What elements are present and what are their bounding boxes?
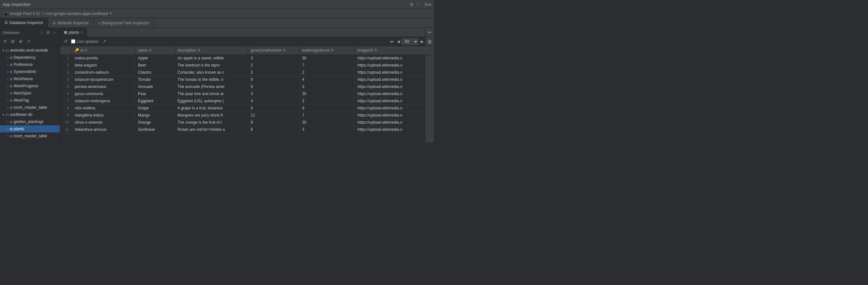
table-row[interactable]: 10citrus-x-sinensisOrangeThe orange is t…	[60, 119, 434, 126]
cell-description: An apple is a sweet, edible	[175, 55, 248, 62]
tree-item-preference[interactable]: › ⊞ Preference	[0, 61, 60, 68]
tree-item-room-master2[interactable]: › ⊞ room_master_table	[0, 132, 60, 139]
tree-item-workspec[interactable]: › ⊞ WorkSpec	[0, 90, 60, 97]
trash-icon[interactable]: 🗑	[425, 37, 434, 46]
label-dependency: Dependency	[13, 55, 35, 60]
cell-rownum: 11	[60, 126, 72, 133]
cell-description: Mangoes are juicy stone fr	[175, 112, 248, 119]
live-updates-checkbox[interactable]	[71, 39, 75, 43]
add-table-icon[interactable]: ⊞	[10, 39, 16, 44]
minimize-icon[interactable]: −	[415, 2, 421, 7]
label-workspec: WorkSpec	[13, 91, 31, 95]
tab-database-inspector[interactable]: ☰ Database Inspector	[0, 18, 48, 28]
chevron-workspec: ›	[6, 92, 10, 95]
col-header-image-url[interactable]: imageUrl ⇅	[355, 46, 434, 55]
add-db-icon[interactable]: ⊕	[18, 39, 23, 44]
table-row[interactable]: 7solanum-melongenaEggplantEggplant (US),…	[60, 97, 434, 104]
background-inspector-icon: ≡	[98, 21, 100, 25]
title-bar: App Inspection ⚙ − Eve	[0, 0, 434, 9]
main-content: Databases ↕ ⚙ − ↺ ⊞ ⊕ ↗ ▾ 🗃 androidx.wor…	[0, 28, 434, 142]
device-chevron[interactable]: ▾	[110, 11, 112, 15]
page-size-select[interactable]: 50 100 200	[402, 38, 418, 45]
cell-name: Sunflower	[135, 126, 175, 133]
table-row[interactable]: 6pyrus-communisPearThe pear tree and shr…	[60, 90, 434, 97]
tree-item-garden-plantings[interactable]: › ⊞ garden_plantings	[0, 118, 60, 125]
tree-item-sunflowerdb[interactable]: ▾ 🗃 sunflower-db	[0, 111, 60, 118]
sidebar-collapse-icon[interactable]: −	[52, 30, 57, 35]
tree-item-workprogress[interactable]: › ⊞ WorkProgress	[0, 83, 60, 90]
chevron-worktag: ›	[6, 99, 10, 102]
sort-icon-name: ⇅	[149, 49, 152, 52]
refresh-db-icon[interactable]: ↺	[2, 39, 8, 44]
key-icon-id: 🔑	[75, 48, 79, 52]
tree-item-systemidinfo[interactable]: › ⊞ SystemIdInfo	[0, 68, 60, 75]
live-updates-label: Live updates	[71, 39, 99, 44]
cell-name: Cilantro	[135, 69, 175, 76]
chevron-dependency: ›	[6, 56, 10, 59]
cell-description: Eggplant (US), aubergine (	[175, 97, 248, 104]
table-row[interactable]: 1malus-pumilaAppleAn apple is a sweet, e…	[60, 55, 434, 62]
table-row[interactable]: 8vitis-viniferaGrapeA grape is a fruit, …	[60, 104, 434, 112]
cell-image-url: https://upload.wikimedia.o	[355, 97, 434, 104]
col-grow-label: growZoneNumber	[251, 48, 282, 53]
first-page-icon[interactable]: ⏮	[389, 39, 395, 44]
label-sunflowerdb: sunflower-db	[10, 112, 32, 117]
cell-grow-zone: 9	[248, 119, 299, 126]
cell-image-url: https://upload.wikimedia.o	[355, 119, 434, 126]
device-separator: >	[42, 11, 44, 16]
table-row[interactable]: 5persea-americanaAvocadoThe avocado (Per…	[60, 83, 434, 90]
cell-image-url: https://upload.wikimedia.o	[355, 112, 434, 119]
cell-grow-zone: 3	[248, 55, 299, 62]
tab-background-inspector[interactable]: ≡ Background Task Inspector	[94, 18, 154, 28]
label-workdb: androidx.work.workdb	[10, 48, 48, 53]
network-inspector-icon: ◎	[53, 21, 56, 25]
table-icon-dependency: ⊞	[10, 56, 12, 59]
tree-item-workdb[interactable]: ▾ 🗃 androidx.work.workdb	[0, 47, 60, 54]
next-page-icon[interactable]: ▶	[419, 39, 425, 44]
cell-watering-interval: 3	[299, 126, 355, 133]
table-row[interactable]: 4solanum-lycopersicumTomatoThe tomato is…	[60, 76, 434, 83]
cell-description: Coriander, also known as c	[175, 69, 248, 76]
export-db-icon[interactable]: ↗	[25, 39, 31, 44]
cell-name: Avocado	[135, 83, 175, 90]
plants-tab-label: plants	[69, 30, 79, 35]
cell-image-url: https://upload.wikimedia.o	[355, 55, 434, 62]
table-row[interactable]: 11helianthus-annuusSunflowerRoses are re…	[60, 126, 434, 133]
tree-item-worktag[interactable]: › ⊞ WorkTag	[0, 97, 60, 104]
tree-item-dependency[interactable]: › ⊞ Dependency	[0, 54, 60, 61]
table-row[interactable]: 2beta-vulgarisBeetThe beetroot is the ta…	[60, 62, 434, 69]
label-workname: WorkName	[13, 76, 33, 81]
cell-name: Orange	[135, 119, 175, 126]
tree-item-workname[interactable]: › ⊞ WorkName	[0, 75, 60, 83]
sidebar-filter-icon[interactable]: ↕	[39, 30, 44, 35]
col-header-watering-interval[interactable]: wateringInterval ⇅	[299, 46, 355, 55]
cell-image-url: https://upload.wikimedia.o	[355, 83, 434, 90]
plants-tab-close-icon[interactable]: ×	[81, 31, 83, 34]
col-header-name[interactable]: name ⇅	[135, 46, 175, 55]
cell-description: The tomato is the edible, o	[175, 76, 248, 83]
app-title: App Inspection	[3, 2, 31, 7]
table-icon-plants: ⊞	[10, 127, 12, 131]
export-query-icon[interactable]: ↗	[101, 39, 107, 44]
col-header-grow-zone[interactable]: growZoneNumber ⇅	[248, 46, 299, 55]
tree-item-room-master1[interactable]: › ⊞ room_master_table	[0, 104, 60, 111]
settings-icon[interactable]: ⚙	[409, 2, 414, 7]
sidebar-toolbar: ↺ ⊞ ⊕ ↗	[0, 37, 60, 46]
cell-grow-zone: 9	[248, 83, 299, 90]
col-header-id[interactable]: 🔑 id ⇅	[72, 46, 135, 55]
table-row[interactable]: 3coriandrum-sativumCilantroCoriander, al…	[60, 69, 434, 76]
tab-network-inspector[interactable]: ◎ Network Inspector	[48, 18, 94, 28]
table-icon-worktag: ⊞	[10, 99, 12, 102]
table-row[interactable]: 9mangifera-indicaMangoMangoes are juicy …	[60, 112, 434, 119]
col-image-label: imageUrl	[358, 48, 373, 53]
sidebar-settings-icon[interactable]: ⚙	[45, 30, 51, 35]
cell-name: Eggplant	[135, 97, 175, 104]
table-icon-systemidinfo: ⊞	[10, 70, 12, 74]
prev-page-icon[interactable]: ◀	[395, 39, 401, 44]
col-header-description[interactable]: description ⇅	[175, 46, 248, 55]
pencil-icon[interactable]: ✏	[425, 28, 434, 37]
refresh-query-icon[interactable]: ↺	[63, 39, 68, 44]
tree-item-plants[interactable]: › ⊞ plants	[0, 125, 60, 132]
tab-plants-table[interactable]: ▦ plants ×	[60, 28, 87, 37]
chevron-room-master1: ›	[6, 106, 10, 109]
